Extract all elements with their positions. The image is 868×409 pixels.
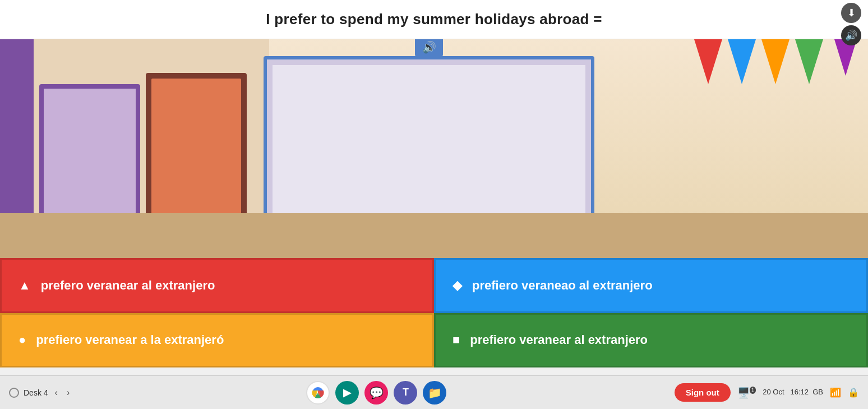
whiteboard-inner [273,65,585,227]
diamond-icon: ◆ [453,278,462,293]
taskbar-left: Desk 4 ‹ › [9,387,72,399]
triangle-icon: ▲ [19,278,31,293]
mirror [39,84,140,219]
answer-text-b: prefiero veraneao al extranjero [472,278,653,293]
classroom-scene: 🔊 [0,39,868,258]
chrome-icon-button[interactable] [306,381,330,405]
time-display: 16:12 [790,388,809,396]
answer-option-b[interactable]: ◆ prefiero veraneao al extranjero [434,258,868,313]
whiteboard: 🔊 [264,56,594,236]
desk-label: Desk 4 [24,388,48,397]
answer-text-d: prefiero veranear al extranjero [470,333,648,347]
chrome-icon [311,386,325,399]
network-icon: 🔒 [848,387,859,398]
top-icons: ⬇ 🔊 [841,3,861,45]
monitor-badge: 1 [750,387,756,394]
top-bar: I prefer to spend my summer holidays abr… [0,0,868,39]
question-text: I prefer to spend my summer holidays abr… [266,11,602,28]
answer-text-a: prefero veranear al extranjero [41,278,215,293]
flag-blue [728,39,756,84]
classroom-floor [0,213,868,258]
download-icon-button[interactable]: ⬇ [841,3,861,23]
bunting-decoration [655,39,868,95]
audio-icon: 🔊 [845,29,857,42]
answer-text-c: prefiero veranear a la extranjeró [36,333,224,347]
taskbar-center: ▶ 💬 T 📁 [85,381,667,405]
teams-icon-button[interactable]: T [394,381,417,405]
taskbar-right: Sign out 🖥️1 20 Oct 16:12 GB 📶 🔒 [675,383,859,402]
flag-orange [761,39,789,84]
download-icon: ⬇ [847,7,856,19]
nav-prev-button[interactable]: ‹ [53,387,60,399]
answer-option-c[interactable]: ● prefiero veranear a la extranjeró [0,313,434,368]
date-display: 20 Oct [763,388,784,396]
answer-option-d[interactable]: ■ prefiero veranear al extranjero [434,313,868,368]
nav-next-button[interactable]: › [64,387,72,399]
answer-buttons: ▲ prefero veranear al extranjero ◆ prefi… [0,258,868,367]
audio-icon-button[interactable]: 🔊 [841,25,861,45]
projector-speaker: 🔊 [415,39,443,57]
chat-icon-button[interactable]: 💬 [364,381,388,405]
sign-out-button[interactable]: Sign out [675,383,731,402]
taskbar-circle [9,388,19,398]
wifi-icon: 📶 [830,387,841,398]
square-icon: ■ [453,333,460,347]
door-inner [151,79,241,224]
monitor-icon: 🖥️1 [737,387,756,399]
storage-label: GB [812,388,823,396]
answer-option-a[interactable]: ▲ prefero veranear al extranjero [0,258,434,313]
circle-icon: ● [19,333,26,347]
meet-icon-button[interactable]: ▶ [335,381,359,405]
date-time-display: 20 Oct 16:12 GB [763,387,823,397]
taskbar: Desk 4 ‹ › ▶ 💬 T 📁 Sign out 🖥️1 20 Oct [0,375,868,409]
flag-red [694,39,722,84]
flag-green [795,39,823,84]
door-frame [146,73,247,224]
files-icon-button[interactable]: 📁 [423,381,446,405]
